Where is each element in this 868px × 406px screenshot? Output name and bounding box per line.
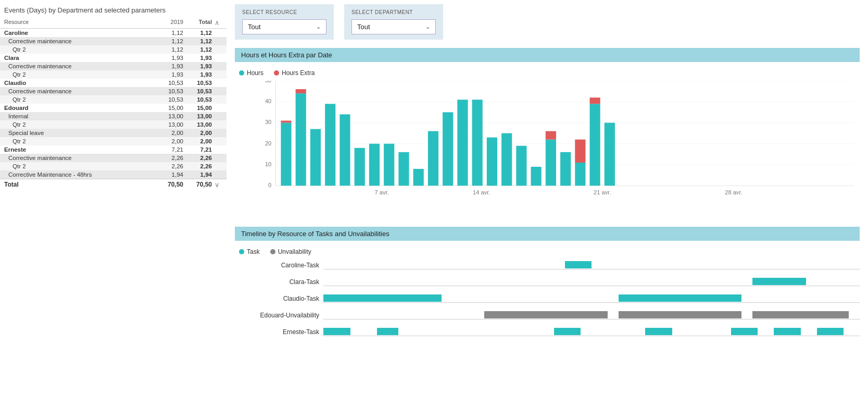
total-year: 70,50	[152, 181, 183, 189]
row-total: 1,12	[183, 46, 212, 53]
table-row: Qtr 2 2,26 2,26	[0, 162, 227, 170]
row-year: 2,00	[152, 130, 183, 136]
legend-hours-label: Hours	[247, 69, 263, 77]
row-year: 1,12	[152, 38, 183, 44]
row-year: 1,93	[152, 55, 183, 61]
row-total: 2,26	[183, 163, 212, 169]
timeline-bar	[323, 294, 442, 302]
table-row: Corrective Maintenance - 48hrs 1,94 1,94	[0, 170, 227, 179]
timeline-track	[323, 311, 860, 319]
row-resource: Special leave	[8, 130, 152, 136]
row-resource: Corrective maintenance	[8, 38, 152, 44]
table-body: Caroline 1,12 1,12 Corrective maintenanc…	[0, 29, 227, 179]
row-total: 10,53	[183, 80, 212, 86]
table-row: Corrective maintenance 1,93 1,93	[0, 62, 227, 70]
row-total: 1,93	[183, 55, 212, 61]
timeline-bar	[619, 294, 742, 302]
bar-chart-title: Hours et Hours Extra par Date	[235, 48, 860, 62]
row-year: 2,26	[152, 155, 183, 161]
row-year: 10,53	[152, 88, 183, 94]
timeline-row: Edouard-Unvailability	[240, 310, 860, 321]
row-total: 1,93	[183, 71, 212, 78]
row-resource: Qtr 2	[12, 121, 152, 128]
row-total: 10,53	[183, 88, 212, 94]
scroll-down-btn[interactable]: ∨	[212, 181, 222, 189]
timeline-row: Claudio-Task	[240, 293, 860, 304]
table-row: Internal 13,00 13,00	[0, 112, 227, 120]
legend-task: Task	[239, 248, 260, 255]
timeline-bar	[752, 311, 849, 318]
timeline-row-label: Clara-Task	[240, 278, 323, 286]
timeline-legend: Task Unvailability	[235, 246, 860, 260]
timeline-bar	[817, 328, 844, 335]
select-resource-label: SELECT RESOURCE	[242, 9, 326, 15]
row-total: 10,53	[183, 96, 212, 103]
bar-chart-legend: Hours Hours Extra	[235, 67, 860, 81]
timeline-section: Timeline by Resource of Tasks and Unvail…	[235, 227, 860, 338]
row-resource: Qtr 2	[12, 138, 152, 144]
row-resource: Claudio	[4, 80, 152, 86]
timeline-track	[323, 261, 860, 269]
row-total: 7,21	[183, 146, 212, 153]
row-total: 2,26	[183, 155, 212, 161]
table-row: Qtr 2 1,12 1,12	[0, 45, 227, 54]
timeline-row: Erneste-Task	[240, 326, 860, 338]
row-resource: Corrective maintenance	[8, 88, 152, 94]
row-year: 7,21	[152, 146, 183, 153]
row-total: 2,00	[183, 130, 212, 136]
total-resource: Total	[4, 181, 152, 189]
row-resource: Corrective Maintenance - 48hrs	[8, 171, 152, 178]
timeline-title: Timeline by Resource of Tasks and Unvail…	[235, 227, 860, 241]
legend-unavailability-dot	[270, 249, 275, 254]
timeline-body: Caroline-TaskClara-TaskClaudio-TaskEdoua…	[235, 260, 860, 338]
right-panel: SELECT RESOURCE Tout ⌄ SELECT DEPARTMENT…	[227, 0, 868, 406]
row-resource: Edouard	[4, 105, 152, 111]
legend-unavailability: Unvailability	[270, 248, 311, 255]
select-department-control[interactable]: Tout ⌄	[351, 19, 436, 34]
timeline-bar	[752, 278, 806, 285]
table-row: Corrective maintenance 2,26 2,26	[0, 154, 227, 162]
select-resource-arrow: ⌄	[316, 23, 321, 30]
row-resource: Internal	[8, 113, 152, 119]
table-row: Qtr 2 10,53 10,53	[0, 95, 227, 104]
row-year: 13,00	[152, 121, 183, 128]
timeline-track	[323, 328, 860, 336]
table-row: Caroline 1,12 1,12	[0, 29, 227, 37]
row-year: 2,00	[152, 138, 183, 144]
timeline-row: Caroline-Task	[240, 260, 860, 271]
left-panel: Events (Days) by Department ad selected …	[0, 0, 227, 406]
select-resource-value: Tout	[248, 23, 261, 31]
table-row: Clara 1,93 1,93	[0, 54, 227, 62]
total-total: 70,50	[183, 181, 212, 189]
row-resource: Erneste	[4, 146, 152, 153]
select-department-group: SELECT DEPARTMENT Tout ⌄	[344, 4, 443, 40]
bar-chart-container: 0 10 20 30 40 50 7 avr.14 avr.21 avr.28 …	[235, 81, 860, 216]
select-resource-group: SELECT RESOURCE Tout ⌄	[235, 4, 334, 40]
table-row: Qtr 2 13,00 13,00	[0, 120, 227, 129]
timeline-row-label: Erneste-Task	[240, 328, 323, 336]
table-row: Corrective maintenance 1,12 1,12	[0, 37, 227, 45]
header-year: 2019	[152, 19, 183, 27]
row-total: 13,00	[183, 121, 212, 128]
row-year: 1,93	[152, 63, 183, 69]
select-department-label: SELECT DEPARTMENT	[351, 9, 436, 15]
row-total: 2,00	[183, 138, 212, 144]
legend-hours-dot	[239, 70, 244, 76]
row-year: 1,94	[152, 171, 183, 178]
timeline-bar	[619, 311, 742, 318]
row-year: 10,53	[152, 80, 183, 86]
select-department-arrow: ⌄	[425, 23, 430, 30]
legend-hours: Hours	[239, 69, 263, 77]
scroll-up-btn[interactable]: ∧	[212, 19, 222, 27]
row-year: 15,00	[152, 105, 183, 111]
timeline-row: Clara-Task	[240, 276, 860, 288]
timeline-track	[323, 278, 860, 286]
row-total: 1,12	[183, 38, 212, 44]
timeline-bar	[484, 311, 608, 318]
select-resource-control[interactable]: Tout ⌄	[242, 19, 326, 34]
timeline-bar	[565, 261, 592, 268]
timeline-bar	[645, 328, 672, 335]
timeline-bar	[377, 328, 398, 335]
timeline-row-label: Claudio-Task	[240, 295, 323, 302]
timeline-track	[323, 294, 860, 303]
